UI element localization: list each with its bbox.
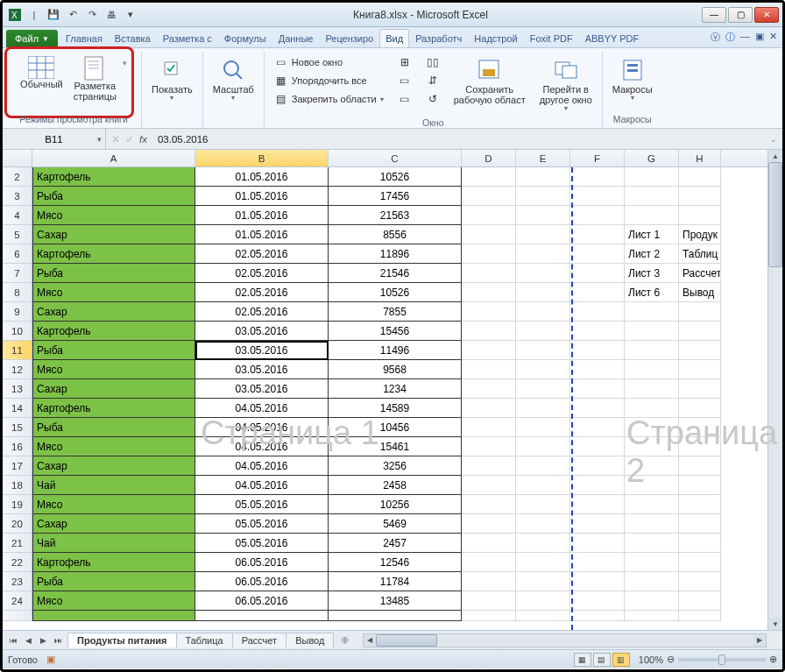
cell[interactable] <box>679 187 721 206</box>
cell[interactable] <box>679 379 721 399</box>
cell[interactable] <box>516 553 570 572</box>
cell[interactable]: 2457 <box>329 534 462 553</box>
cell[interactable] <box>679 572 721 591</box>
cell[interactable] <box>625 591 679 611</box>
formula-expand-icon[interactable]: ⌄ <box>765 135 782 144</box>
cell[interactable] <box>516 514 570 534</box>
cell[interactable] <box>679 418 721 437</box>
view-layout-icon[interactable]: ▤ <box>593 653 611 667</box>
cell[interactable] <box>679 360 721 379</box>
cell[interactable] <box>462 379 516 399</box>
cell[interactable]: Мясо <box>32 283 195 302</box>
cell[interactable] <box>625 399 679 418</box>
cell[interactable] <box>679 476 721 495</box>
cell[interactable] <box>516 244 570 264</box>
cell[interactable]: Мясо <box>32 206 195 225</box>
cell[interactable]: Картофель <box>32 553 195 572</box>
zoom-in-icon[interactable]: ⊕ <box>769 654 777 665</box>
cell[interactable] <box>679 514 721 534</box>
cell[interactable]: 10526 <box>329 167 462 187</box>
cell[interactable]: 06.05.2016 <box>195 572 329 591</box>
minimize-button[interactable]: — <box>702 7 726 23</box>
row-header[interactable]: 2 <box>3 167 32 187</box>
cell[interactable]: 03.05.2016 <box>195 341 329 360</box>
unhide-button[interactable]: ▭ <box>393 90 416 108</box>
cell[interactable]: Рыба <box>32 187 195 206</box>
print-icon[interactable]: 🖶 <box>103 6 120 24</box>
cell[interactable]: Чай <box>32 476 195 495</box>
scroll-right-icon[interactable]: ▶ <box>753 634 766 647</box>
cell[interactable] <box>625 611 679 621</box>
cell[interactable] <box>570 418 625 437</box>
cell[interactable]: Мясо <box>32 591 195 611</box>
cell[interactable] <box>462 341 516 360</box>
side-by-side-button[interactable]: ▯▯ <box>421 53 444 71</box>
col-header-B[interactable]: B <box>195 150 329 166</box>
cell[interactable]: 04.05.2016 <box>195 476 329 495</box>
row-header[interactable]: 9 <box>3 302 32 322</box>
cell[interactable] <box>625 187 679 206</box>
formula-input[interactable]: 03.05.2016 <box>152 134 765 145</box>
cell[interactable] <box>462 264 516 283</box>
cell[interactable] <box>679 495 721 514</box>
cell[interactable] <box>516 379 570 399</box>
cell[interactable] <box>570 322 625 341</box>
horizontal-scrollbar[interactable]: ◀ ▶ <box>363 633 767 647</box>
sheet-tab[interactable]: Таблица <box>176 633 233 647</box>
row-header[interactable]: 24 <box>3 591 32 611</box>
doc-minimize-icon[interactable]: — <box>740 31 750 44</box>
row-header[interactable]: 5 <box>3 225 32 244</box>
cell[interactable] <box>679 206 721 225</box>
cell[interactable] <box>516 456 570 476</box>
cell[interactable] <box>570 572 625 591</box>
row-header[interactable]: 12 <box>3 360 32 379</box>
enter-formula-icon[interactable]: ✓ <box>125 133 134 145</box>
sheet-prev-icon[interactable]: ◀ <box>21 636 35 645</box>
vscroll-thumb[interactable] <box>768 162 782 267</box>
row-header[interactable]: 17 <box>3 456 32 476</box>
row-header[interactable]: 11 <box>3 341 32 360</box>
cell[interactable]: Лист 1 <box>625 225 679 244</box>
cell[interactable] <box>570 341 625 360</box>
cell[interactable]: 02.05.2016 <box>195 264 329 283</box>
doc-restore-icon[interactable]: ▣ <box>755 31 764 44</box>
cell[interactable] <box>679 322 721 341</box>
page-layout-button[interactable]: Разметка страницы <box>69 53 121 73</box>
cell[interactable]: 21563 <box>329 206 462 225</box>
scroll-left-icon[interactable]: ◀ <box>364 634 376 647</box>
cell[interactable] <box>462 206 516 225</box>
scroll-down-icon[interactable]: ▼ <box>768 618 782 630</box>
cell[interactable] <box>570 437 625 456</box>
cell[interactable] <box>516 187 570 206</box>
row-header[interactable]: 16 <box>3 437 32 456</box>
hide-button[interactable]: ▭ <box>393 72 416 89</box>
cell[interactable] <box>516 264 570 283</box>
col-header-C[interactable]: C <box>329 150 462 166</box>
cell[interactable] <box>570 514 625 534</box>
sheet-tab[interactable]: Вывод <box>286 633 334 647</box>
cell[interactable] <box>516 534 570 553</box>
cell[interactable] <box>570 456 625 476</box>
row-header[interactable]: 4 <box>3 206 32 225</box>
cell[interactable] <box>570 476 625 495</box>
cell[interactable]: Рассчет <box>679 264 721 283</box>
redo-icon[interactable]: ↷ <box>83 6 101 24</box>
cell[interactable] <box>516 360 570 379</box>
cell[interactable] <box>462 514 516 534</box>
tab-вставка[interactable]: Вставка <box>109 29 157 47</box>
reset-pos-button[interactable]: ↺ <box>421 90 444 108</box>
cell[interactable] <box>679 437 721 456</box>
cell[interactable] <box>462 553 516 572</box>
cell[interactable] <box>625 341 679 360</box>
cell[interactable]: 10256 <box>329 495 462 514</box>
cell[interactable] <box>570 187 625 206</box>
cell[interactable] <box>516 283 570 302</box>
cell[interactable]: 01.05.2016 <box>195 206 329 225</box>
cell[interactable]: Мясо <box>32 360 195 379</box>
cell[interactable] <box>570 283 625 302</box>
row-header[interactable]: 22 <box>3 553 32 572</box>
cell[interactable] <box>625 167 679 187</box>
cell[interactable]: Рыба <box>32 264 195 283</box>
cell[interactable]: 04.05.2016 <box>195 399 329 418</box>
cell[interactable]: Таблиц <box>679 244 721 264</box>
